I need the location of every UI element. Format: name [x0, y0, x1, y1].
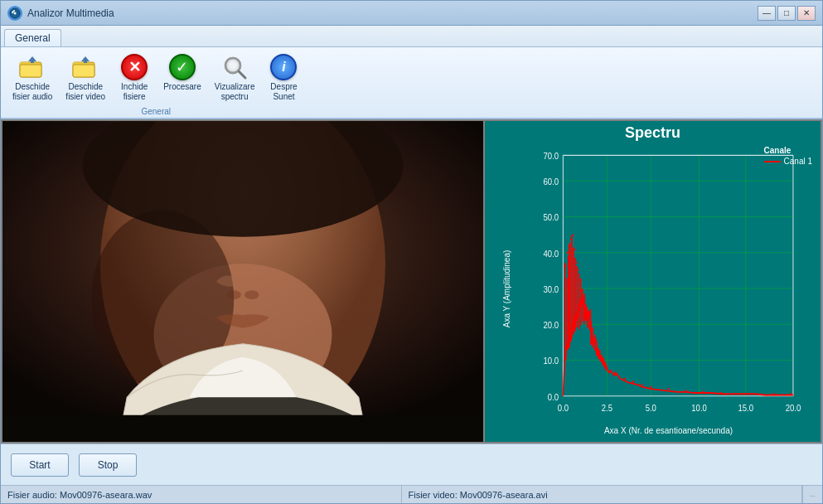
- svg-point-15: [229, 61, 237, 70]
- status-dots: ...: [802, 486, 822, 503]
- svg-point-82: [572, 235, 574, 236]
- svg-point-96: [597, 354, 598, 356]
- svg-text:10.0: 10.0: [691, 404, 707, 414]
- svg-point-80: [569, 245, 570, 246]
- about-sound-button[interactable]: i DespreSunet: [263, 51, 304, 105]
- svg-point-85: [577, 269, 579, 271]
- svg-point-98: [600, 359, 602, 361]
- svg-point-88: [583, 298, 584, 299]
- svg-point-107: [650, 385, 651, 387]
- video-area: [2, 121, 483, 442]
- spectrum-area: Spectru Canale Canal 1 Axa Y (Amplitudin…: [485, 121, 821, 442]
- open-audio-label: Deschidefisier audio: [12, 82, 52, 102]
- svg-rect-9: [73, 65, 94, 77]
- svg-point-23: [227, 290, 241, 299]
- y-axis-container: Axa Y (Amplitudinea): [491, 145, 524, 432]
- open-video-label: Deschidefisier video: [65, 82, 105, 102]
- svg-point-99: [602, 362, 603, 364]
- window-controls: — □ ✕: [758, 6, 816, 21]
- title-bar-left: Analizor Multimedia: [7, 6, 114, 21]
- main-window: Analizor Multimedia — □ ✕ General: [0, 0, 823, 504]
- ribbon-buttons: Deschidefisier audio Deschidefisier vid: [7, 51, 304, 105]
- open-audio-icon: [19, 54, 46, 80]
- x-axis-label: Axa X (Nr. de esantioane/secunda): [528, 426, 809, 435]
- svg-point-1: [14, 12, 17, 14]
- maximize-button[interactable]: □: [777, 6, 796, 21]
- svg-text:15.0: 15.0: [738, 404, 753, 414]
- svg-text:30.0: 30.0: [544, 284, 559, 294]
- spectrum-chart-svg: 0.0 10.0 20.0 30.0 40.0 50.0 60.0 70.0 0…: [528, 145, 809, 432]
- svg-point-112: [747, 393, 748, 395]
- ribbon-group-label: General: [141, 107, 171, 116]
- svg-point-93: [591, 337, 593, 338]
- svg-point-81: [570, 238, 572, 240]
- start-button[interactable]: Start: [11, 453, 69, 477]
- status-bar: Fisier audio: Mov00976-aseara.wav Fisier…: [1, 485, 822, 503]
- svg-point-108: [667, 388, 669, 390]
- svg-point-94: [593, 344, 594, 346]
- view-spectrum-label: Vizualizarespectru: [215, 82, 255, 102]
- svg-point-87: [581, 289, 583, 291]
- svg-point-89: [584, 308, 586, 309]
- svg-point-97: [598, 357, 600, 359]
- svg-text:2.5: 2.5: [602, 404, 612, 414]
- svg-rect-11: [84, 58, 87, 63]
- y-axis-label: Axa Y (Amplitudinea): [503, 250, 512, 327]
- view-spectrum-icon: [221, 54, 248, 80]
- svg-text:0.0: 0.0: [548, 392, 559, 402]
- process-label: Procesare: [163, 82, 201, 92]
- svg-text:50.0: 50.0: [544, 213, 559, 223]
- status-audio-file: Fisier audio: Mov00976-aseara.wav: [1, 486, 402, 503]
- svg-point-105: [632, 380, 634, 382]
- minimize-button[interactable]: —: [758, 6, 776, 21]
- close-files-icon: ✕: [121, 54, 148, 80]
- open-video-icon: [72, 54, 99, 80]
- app-icon: [7, 6, 22, 21]
- svg-point-111: [720, 392, 722, 394]
- svg-point-110: [703, 391, 704, 393]
- svg-rect-6: [31, 58, 34, 63]
- svg-point-84: [575, 262, 577, 264]
- svg-text:70.0: 70.0: [544, 152, 559, 162]
- close-files-label: Inchidefisiere: [121, 82, 148, 102]
- svg-point-100: [603, 366, 605, 367]
- process-icon: ✓: [169, 54, 196, 80]
- svg-text:60.0: 60.0: [544, 177, 559, 187]
- svg-point-90: [586, 316, 588, 317]
- close-files-button[interactable]: ✕ Inchidefisiere: [114, 51, 155, 105]
- close-button[interactable]: ✕: [797, 6, 816, 21]
- tab-general[interactable]: General: [4, 29, 61, 46]
- main-content: Spectru Canale Canal 1 Axa Y (Amplitudin…: [1, 119, 822, 443]
- svg-point-78: [564, 265, 566, 267]
- svg-text:10.0: 10.0: [544, 356, 559, 366]
- open-video-button[interactable]: Deschidefisier video: [61, 51, 110, 105]
- svg-text:20.0: 20.0: [786, 404, 801, 414]
- status-video-file: Fisier video: Mov00976-aseara.avi: [402, 486, 803, 503]
- view-spectrum-button[interactable]: Vizualizarespectru: [210, 51, 260, 105]
- painting-svg: [2, 121, 483, 442]
- ribbon: Deschidefisier audio Deschidefisier vid: [1, 47, 822, 119]
- svg-text:0.0: 0.0: [558, 404, 569, 414]
- title-bar: Analizor Multimedia — □ ✕: [1, 1, 822, 26]
- bottom-bar: Start Stop: [1, 443, 822, 485]
- svg-point-101: [605, 368, 607, 370]
- svg-point-109: [685, 390, 687, 391]
- svg-point-83: [574, 249, 575, 250]
- stop-button[interactable]: Stop: [79, 453, 137, 477]
- video-frame: [2, 121, 483, 442]
- svg-point-113: [773, 393, 775, 395]
- svg-text:20.0: 20.0: [544, 321, 559, 331]
- svg-point-104: [623, 378, 625, 380]
- svg-point-103: [615, 374, 617, 376]
- window-title: Analizor Multimedia: [27, 7, 114, 19]
- about-sound-icon: i: [270, 54, 297, 80]
- svg-point-24: [244, 290, 259, 299]
- open-audio-button[interactable]: Deschidefisier audio: [7, 51, 57, 105]
- svg-point-106: [641, 384, 643, 385]
- svg-point-95: [595, 349, 597, 351]
- tab-area: General: [1, 26, 822, 47]
- process-button[interactable]: ✓ Procesare: [158, 51, 206, 105]
- svg-line-14: [239, 71, 245, 78]
- spectrum-title: Spectru: [488, 124, 817, 142]
- svg-point-91: [588, 323, 589, 325]
